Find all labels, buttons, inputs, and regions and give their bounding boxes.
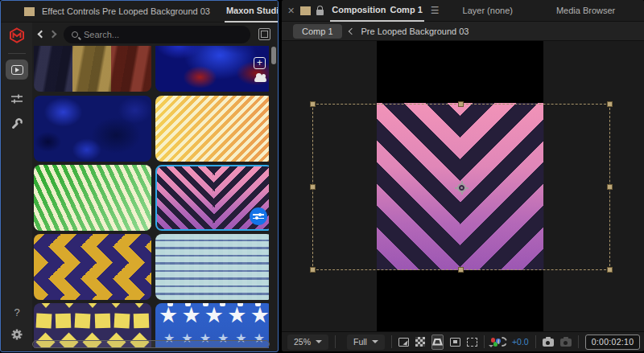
cloud-download-icon[interactable]: [254, 76, 266, 82]
right-tab-bar: ✕ Composition Comp 1 ☰ Layer (none) Medi…: [282, 0, 644, 22]
divider: [484, 335, 485, 348]
add-icon[interactable]: +: [254, 57, 266, 69]
tab-layer[interactable]: Layer (none): [461, 0, 514, 22]
panel-color-swatch: [300, 6, 311, 15]
divider: [391, 335, 392, 348]
tab-composition-prefix: Composition: [332, 5, 386, 14]
selection-handle[interactable]: [310, 101, 316, 107]
lock-icon[interactable]: [316, 10, 324, 15]
library-content: +: [32, 23, 277, 351]
thumbnail-waving-flag[interactable]: [34, 46, 151, 92]
search-field[interactable]: [64, 26, 250, 43]
anchor-point-icon[interactable]: [457, 183, 466, 192]
chevron-down-icon: [372, 340, 378, 343]
chevron-down-icon: [316, 340, 322, 343]
guides-icon[interactable]: [450, 336, 460, 348]
panel-color-swatch: [24, 7, 35, 16]
thumbnail-grid: +: [32, 46, 269, 348]
close-icon[interactable]: ✕: [287, 6, 295, 16]
thumbnail-liquid-dark-blue[interactable]: [34, 96, 151, 162]
left-tab-bar: Effect Controls Pre Looped Background 03…: [1, 1, 278, 23]
tab-maxon-studio[interactable]: Maxon Studio: [225, 1, 279, 23]
tab-effect-controls[interactable]: Effect Controls Pre Looped Background 03: [40, 1, 212, 23]
mask-visibility-icon[interactable]: [431, 335, 444, 350]
selection-handle[interactable]: [607, 101, 613, 107]
app-window: Effect Controls Pre Looped Background 03…: [0, 0, 644, 353]
maxon-logo-icon[interactable]: [9, 27, 25, 43]
square-row: [34, 314, 151, 328]
tab-composition-name: Comp 1: [390, 5, 422, 14]
breadcrumb-item-label: Pre Looped Background 03: [361, 27, 469, 36]
filters-icon[interactable]: [10, 93, 23, 105]
composition-viewport[interactable]: [282, 41, 644, 331]
panel-menu-icon[interactable]: ☰: [431, 5, 440, 16]
search-icon: [72, 31, 78, 38]
timecode-display[interactable]: 0:00:02:10: [585, 335, 641, 350]
thumbnail-diagonal-stripes[interactable]: [155, 96, 269, 162]
composition-toolbar: 25% Full +0.0 0:00:02:10: [282, 331, 644, 351]
resolution-value: Full: [353, 337, 367, 347]
selection-handle[interactable]: [458, 267, 464, 273]
tab-media-browser[interactable]: Media Browser: [555, 0, 617, 22]
selection-handle[interactable]: [310, 267, 316, 273]
settings-gear-icon[interactable]: [10, 328, 23, 341]
divider: [578, 335, 579, 348]
media-browser-icon: [11, 65, 23, 75]
library-nav-row: [32, 23, 277, 46]
selection-handle[interactable]: [607, 184, 613, 190]
selection-handle[interactable]: [458, 101, 464, 107]
thumbnail-zigzag-purple-gold[interactable]: [34, 234, 151, 300]
triangle-row: [34, 303, 151, 308]
vertical-scrollbar[interactable]: [271, 47, 276, 64]
thumbnail-green-waves[interactable]: [34, 165, 151, 231]
resolution-select[interactable]: Full: [347, 335, 385, 350]
magnification-select[interactable]: 25%: [287, 335, 328, 350]
divider: [335, 335, 336, 348]
thumbnail-liquid-blue-red[interactable]: +: [155, 46, 269, 92]
horizontal-scrollbar[interactable]: [32, 340, 270, 348]
tab-composition[interactable]: Composition Comp 1: [330, 0, 424, 22]
divider: [535, 335, 536, 348]
exposure-value[interactable]: +0.0: [512, 337, 529, 347]
zigzag-pattern: [34, 234, 151, 300]
back-icon[interactable]: [38, 31, 46, 39]
wrench-icon[interactable]: [10, 117, 23, 130]
selection-handle[interactable]: [607, 267, 613, 273]
magnification-value: 25%: [294, 337, 311, 347]
breadcrumb: Comp 1 Pre Looped Background 03: [282, 22, 644, 41]
transparency-grid-icon[interactable]: [415, 336, 425, 348]
snapshot-camera-icon[interactable]: [543, 336, 554, 348]
region-of-interest-icon[interactable]: [467, 336, 477, 348]
composition-panel: ✕ Composition Comp 1 ☰ Layer (none) Medi…: [282, 0, 644, 351]
grid-view-icon[interactable]: [258, 28, 270, 40]
thumbnail-wavy-lines[interactable]: [155, 234, 269, 300]
left-icon-rail: ?: [2, 23, 32, 351]
breadcrumb-chevron-icon: [348, 27, 354, 34]
browser-rail-item[interactable]: [6, 60, 28, 80]
search-input[interactable]: [84, 30, 242, 39]
breadcrumb-comp-chip[interactable]: Comp 1: [293, 24, 342, 39]
divider: [8, 53, 26, 54]
big-star-row: [155, 305, 269, 326]
show-snapshot-icon[interactable]: [560, 336, 572, 348]
selection-handle[interactable]: [310, 184, 316, 190]
maxon-studio-panel: Effect Controls Pre Looped Background 03…: [0, 0, 279, 352]
forward-icon[interactable]: [49, 31, 57, 39]
view-options-icon[interactable]: [398, 336, 409, 348]
thumbnail-chevron-selected[interactable]: [155, 165, 269, 231]
help-icon[interactable]: ?: [2, 306, 32, 318]
edit-properties-badge-icon[interactable]: [250, 207, 267, 225]
reset-exposure-icon[interactable]: [497, 336, 507, 348]
